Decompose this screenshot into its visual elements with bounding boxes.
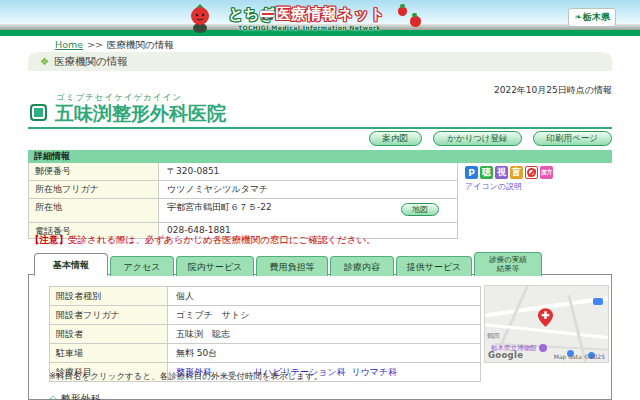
- breadcrumb-current: 医療機関の情報: [107, 39, 174, 50]
- action-button-row: 案内図 かかりつけ登録 印刷用ページ: [369, 131, 612, 146]
- department-section-heading: ◇整形外科: [49, 392, 101, 400]
- basic-info-table: 開設者種別 個人 開設者フリガナ ゴミブチ サトシ 開設者 五味渕 聡志 駐車場…: [49, 286, 481, 382]
- table-row: 駐車場 無料 50台: [50, 344, 480, 363]
- strawberry-icon: [398, 7, 407, 16]
- parking-icon: P: [465, 166, 478, 179]
- row-label: 所在地: [29, 199, 159, 222]
- vision-support-icon: 視: [495, 166, 508, 179]
- table-row: 開設者フリガナ ゴミブチ サトシ: [50, 306, 480, 325]
- tab-provided-services[interactable]: 提供サービス: [396, 256, 472, 276]
- map-copyright: Map data ©2025: [554, 353, 605, 360]
- breadcrumb-separator: >>: [87, 39, 103, 50]
- kampo-icon: 漢方: [540, 166, 553, 179]
- row-value: 宇都宮市鶴田町６７５-22 地図: [159, 199, 457, 222]
- tab-treatment-details[interactable]: 診療内容: [330, 256, 394, 276]
- clinic-bullet-icon: [30, 104, 47, 121]
- ambulance-icon: [259, 10, 275, 18]
- row-label: 駐車場: [50, 344, 168, 362]
- site-title: とちぎ医療情報ネット: [228, 5, 385, 24]
- prefecture-logo-link[interactable]: ❧栃木県: [568, 8, 616, 27]
- department-click-note: ※科目名をクリックすると、各診療科目の外来受付時間を表示します。: [49, 371, 322, 383]
- row-label: 開設者フリガナ: [50, 306, 168, 324]
- map-button[interactable]: 地図: [401, 203, 439, 216]
- facility-icon-row: P 聴 視 盲 漢方: [465, 166, 553, 179]
- mascot-icon: [186, 2, 214, 36]
- museum-icon: [539, 344, 547, 352]
- google-map[interactable]: 鶴田 栃木県立博物館 Google Map data ©2025: [484, 285, 609, 363]
- table-row: 所在地 宇都宮市鶴田町６７５-22 地図: [29, 199, 457, 223]
- detail-section-bar: 詳細情報: [28, 150, 612, 163]
- tab-results[interactable]: 診療の実績結果等: [474, 252, 542, 276]
- strawberry-icon: [410, 16, 421, 27]
- breadcrumb-home-link[interactable]: Home: [55, 39, 83, 50]
- print-page-button[interactable]: 印刷用ページ: [533, 131, 612, 146]
- tab-content-panel: 開設者種別 個人 開設者フリガナ ゴミブチ サトシ 開設者 五味渕 聡志 駐車場…: [28, 274, 612, 400]
- section-header: ❖医療機関の情報: [28, 52, 612, 71]
- map-area-label: 鶴田: [487, 332, 500, 341]
- table-row: 郵便番号 〒320-0851: [29, 163, 457, 181]
- department-link-rheumatology[interactable]: リウマチ科: [351, 367, 397, 377]
- hearing-support-icon: 聴: [480, 166, 493, 179]
- row-value: 〒320-0851: [159, 163, 457, 180]
- row-value: 個人: [168, 287, 480, 305]
- row-value: 五味渕 聡志: [168, 325, 480, 343]
- tab-access[interactable]: アクセス: [110, 256, 174, 276]
- pref-leaf-icon: ❧: [574, 12, 582, 22]
- diamond-icon: ❖: [40, 56, 49, 67]
- row-label: 郵便番号: [29, 163, 159, 180]
- tab-costs[interactable]: 費用負担等: [256, 256, 328, 276]
- tab-basic-info[interactable]: 基本情報: [34, 253, 108, 276]
- table-row: 所在地フリガナ ウツノミヤシツルタマチ: [29, 181, 457, 199]
- row-label: 所在地フリガナ: [29, 181, 159, 198]
- guide-dog-icon: 盲: [510, 166, 523, 179]
- tab-bar: 基本情報 アクセス 院内サービス 費用負担等 診療内容 提供サービス 診療の実績…: [34, 252, 544, 276]
- row-value: ウツノミヤシツルタマチ: [159, 181, 457, 198]
- info-date: 2022年10月25日時点の情報: [494, 84, 612, 97]
- guide-map-button[interactable]: 案内図: [369, 131, 423, 146]
- title-underline: [28, 127, 612, 129]
- no-smoking-icon: [525, 166, 538, 179]
- table-row: 開設者 五味渕 聡志: [50, 325, 480, 344]
- caution-notice: 【注意】受診される際は、必ずあらかじめ各医療機関の窓口にご確認ください。: [30, 234, 376, 247]
- icon-legend-link[interactable]: アイコンの説明: [465, 181, 522, 192]
- detail-table: 郵便番号 〒320-0851 所在地フリガナ ウツノミヤシツルタマチ 所在地 宇…: [28, 163, 458, 239]
- map-road: [499, 285, 530, 348]
- breadcrumb: Home>>医療機関の情報: [55, 39, 174, 52]
- page-title: 五味渕整形外科医院: [55, 101, 226, 127]
- pref-name: 栃木県: [583, 12, 610, 22]
- diamond-icon: ◇: [49, 393, 57, 400]
- row-label: 開設者: [50, 325, 168, 343]
- map-pin-icon[interactable]: [538, 308, 553, 329]
- map-route-shield-icon: [593, 298, 603, 305]
- tab-in-hospital-services[interactable]: 院内サービス: [176, 256, 254, 276]
- row-value: ゴミブチ サトシ: [168, 306, 480, 324]
- section-title: 医療機関の情報: [54, 55, 128, 67]
- row-value: 無料 50台: [168, 344, 480, 362]
- table-row: 開設者種別 個人: [50, 287, 480, 306]
- google-logo: Google: [488, 350, 523, 360]
- family-doctor-register-button[interactable]: かかりつけ登録: [433, 131, 522, 146]
- row-label: 開設者種別: [50, 287, 168, 305]
- site-subtitle: TOCHIGI Medical Information Network: [238, 24, 381, 31]
